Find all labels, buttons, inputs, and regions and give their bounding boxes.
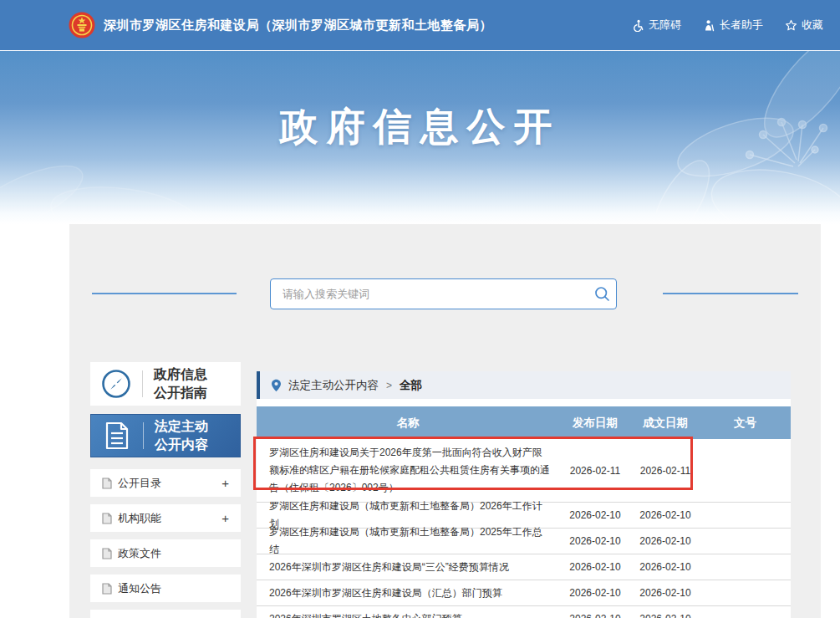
breadcrumb-section[interactable]: 法定主动公开内容 <box>288 378 379 393</box>
elder-assist-icon <box>703 19 715 32</box>
site-branding[interactable]: 深圳市罗湖区住房和建设局（深圳市罗湖区城市更新和土地整备局） <box>69 12 492 38</box>
column-header-doc-number: 文号 <box>700 416 791 431</box>
spacer <box>257 399 791 406</box>
written-date: 2026-02-10 <box>631 509 700 521</box>
search-icon <box>594 286 610 302</box>
breadcrumb-separator: > <box>386 380 392 391</box>
sidebar-item-catalog[interactable]: 公开目录 + <box>90 469 241 497</box>
elder-assist-label: 长者助手 <box>720 18 763 33</box>
star-icon <box>785 19 797 32</box>
sidebar-item-guide[interactable]: 政府信息 公开指南 <box>90 362 241 406</box>
accessibility-label: 无障碍 <box>649 18 681 33</box>
table-row: 罗湖区住房和建设局（城市更新和土地整备局）2025年工作总结 2026-02-1… <box>257 529 791 554</box>
written-date: 2026-02-10 <box>631 535 700 547</box>
written-date: 2026-02-10 <box>631 587 700 599</box>
document-link[interactable]: 2026年深圳市罗湖区住房和建设局“三公”经费预算情况 <box>257 554 559 581</box>
national-emblem-logo <box>69 12 95 38</box>
table-header-row: 名称 发布日期 成文日期 文号 <box>257 406 791 439</box>
divider <box>143 422 144 449</box>
page-banner: 政府信息公开 <box>0 50 840 224</box>
favorite-link[interactable]: 收藏 <box>785 18 823 33</box>
sidebar-item-partial[interactable] <box>90 610 241 618</box>
sidebar-item-statutory-disclosure[interactable]: 法定主动 公开内容 <box>90 414 241 457</box>
search-box <box>270 278 617 309</box>
page-title: 政府信息公开 <box>0 101 840 153</box>
page-icon <box>102 513 112 524</box>
sidebar-item-policy-documents[interactable]: 政策文件 <box>90 539 241 567</box>
sidebar-active-label: 法定主动 公开内容 <box>155 417 208 454</box>
decorative-line-right <box>663 293 798 294</box>
breadcrumb-current[interactable]: 全部 <box>400 378 422 393</box>
favorite-label: 收藏 <box>802 18 823 33</box>
written-date: 2026-02-10 <box>631 561 700 573</box>
decorative-line-left <box>92 293 237 294</box>
publish-date: 2026-02-10 <box>559 613 631 618</box>
site-title: 深圳市罗湖区住房和建设局（深圳市罗湖区城市更新和土地整备局） <box>104 18 492 33</box>
page-icon <box>102 478 112 489</box>
column-header-written-date: 成文日期 <box>631 416 700 431</box>
flower-decoration-left <box>0 140 209 224</box>
document-link[interactable]: 2026年深圳市罗湖区住房和建设局（汇总）部门预算 <box>257 580 559 607</box>
menu-label: 政策文件 <box>118 546 161 561</box>
page: 深圳市罗湖区住房和建设局（深圳市罗湖区城市更新和土地整备局） 无障碍 长者助手 <box>0 0 840 618</box>
accessibility-link[interactable]: 无障碍 <box>632 18 681 33</box>
table-row: 2026年深圳市罗湖区土地整备中心部门预算 2026-02-10 2026-02… <box>257 606 791 618</box>
written-date: 2026-02-11 <box>631 465 700 477</box>
elder-assist-link[interactable]: 长者助手 <box>703 18 763 33</box>
accessibility-icon <box>632 19 644 32</box>
column-header-publish-date: 发布日期 <box>559 416 631 431</box>
page-icon <box>102 583 112 595</box>
page-icon <box>102 548 112 559</box>
document-icon <box>104 421 130 450</box>
location-pin-icon <box>271 379 282 392</box>
expand-plus-icon[interactable]: + <box>221 476 229 490</box>
menu-label: 机构职能 <box>118 511 161 526</box>
divider <box>142 370 143 397</box>
menu-label: 通知公告 <box>118 581 161 596</box>
breadcrumb: 法定主动公开内容 > 全部 <box>257 371 791 399</box>
sidebar-guide-label: 政府信息 公开指南 <box>154 365 207 402</box>
table-row: 2026年深圳市罗湖区住房和建设局“三公”经费预算情况 2026-02-10 2… <box>257 554 791 580</box>
document-link[interactable]: 2026年深圳市罗湖区土地整备中心部门预算 <box>257 605 559 618</box>
compass-icon <box>101 369 131 399</box>
expand-plus-icon[interactable]: + <box>221 511 229 525</box>
sidebar-item-notices[interactable]: 通知公告 <box>90 575 241 602</box>
search-button[interactable] <box>588 279 616 309</box>
header-utility-links: 无障碍 长者助手 收藏 <box>632 0 823 50</box>
publish-date: 2026-02-10 <box>559 561 631 573</box>
top-header-bar: 深圳市罗湖区住房和建设局（深圳市罗湖区城市更新和土地整备局） 无障碍 长者助手 <box>0 0 840 50</box>
publish-date: 2026-02-10 <box>559 509 631 521</box>
publish-date: 2026-02-10 <box>559 587 631 599</box>
column-header-name: 名称 <box>257 416 559 431</box>
table-row: 2026年深圳市罗湖区住房和建设局（汇总）部门预算 2026-02-10 202… <box>257 580 791 606</box>
main-content: 法定主动公开内容 > 全部 名称 发布日期 成文日期 文号 罗湖区住房和建设局关… <box>257 371 791 618</box>
publish-date: 2026-02-11 <box>559 465 631 477</box>
publish-date: 2026-02-10 <box>559 535 631 547</box>
written-date: 2026-02-10 <box>631 613 700 618</box>
sidebar-item-functions[interactable]: 机构职能 + <box>90 504 241 532</box>
menu-label: 公开目录 <box>118 476 161 491</box>
search-input[interactable] <box>271 279 588 309</box>
